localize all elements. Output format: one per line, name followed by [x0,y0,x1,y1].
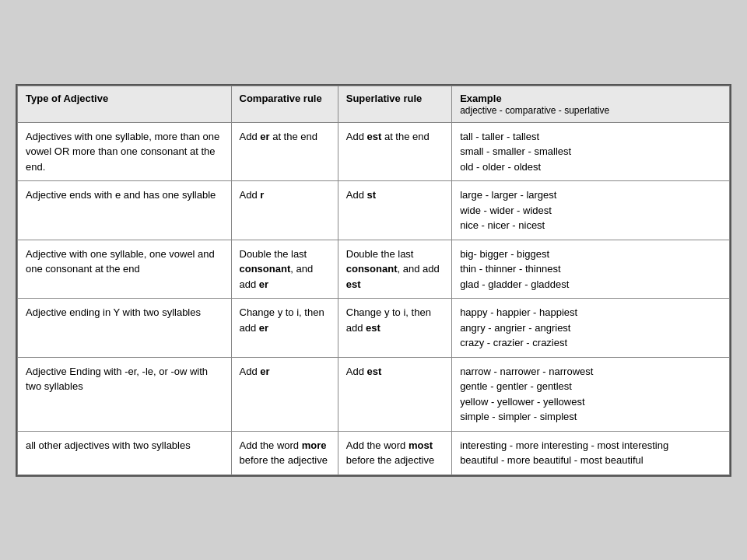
table-row: Adjective ending in Y with two syllables… [18,299,730,358]
cell-type: Adjectives with one syllable, more than … [18,122,232,181]
cell-type: Adjective ending in Y with two syllables [18,299,232,358]
cell-comparative: Change y to i, then add er [231,299,338,358]
table-row: Adjective Ending with -er, -le, or -ow w… [18,357,730,431]
cell-comparative: Double the last consonant, and add er [231,240,338,299]
header-type: Type of Adjective [18,86,232,122]
cell-comparative: Add er [231,357,338,431]
cell-examples: narrow - narrower - narrowestgentle - ge… [452,357,730,431]
cell-examples: happy - happier - happiestangry - angrie… [452,299,730,358]
header-superlative: Superlative rule [338,86,451,122]
adjective-table-wrapper: Type of Adjective Comparative rule Super… [16,84,731,477]
cell-comparative: Add r [231,181,338,240]
example-title: Example [460,93,501,104]
cell-superlative: Double the last consonant, and add est [338,240,451,299]
cell-superlative: Add est [338,357,451,431]
cell-type: Adjective ends with e and has one syllab… [18,181,232,240]
cell-examples: interesting - more interesting - most in… [452,431,730,474]
table-row: Adjectives with one syllable, more than … [18,122,730,181]
cell-examples: large - larger - largestwide - wider - w… [452,181,730,240]
cell-comparative: Add the word more before the adjective [231,431,338,474]
adjective-table: Type of Adjective Comparative rule Super… [17,86,730,475]
cell-superlative: Change y to i, then add est [338,299,451,358]
cell-superlative: Add the word most before the adjective [338,431,451,474]
cell-type: Adjective Ending with -er, -le, or -ow w… [18,357,232,431]
cell-examples: tall - taller - tallestsmall - smaller -… [452,122,730,181]
cell-examples: big- bigger - biggestthin - thinner - th… [452,240,730,299]
table-row: all other adjectives with two syllablesA… [18,431,730,474]
table-row: Adjective ends with e and has one syllab… [18,181,730,240]
table-row: Adjective with one syllable, one vowel a… [18,240,730,299]
cell-superlative: Add st [338,181,451,240]
cell-type: Adjective with one syllable, one vowel a… [18,240,232,299]
header-example: Example adjective - comparative - superl… [452,86,730,122]
cell-type: all other adjectives with two syllables [18,431,232,474]
cell-comparative: Add er at the end [231,122,338,181]
header-comparative: Comparative rule [231,86,338,122]
cell-superlative: Add est at the end [338,122,451,181]
example-subtitle: adjective - comparative - superlative [460,105,609,116]
